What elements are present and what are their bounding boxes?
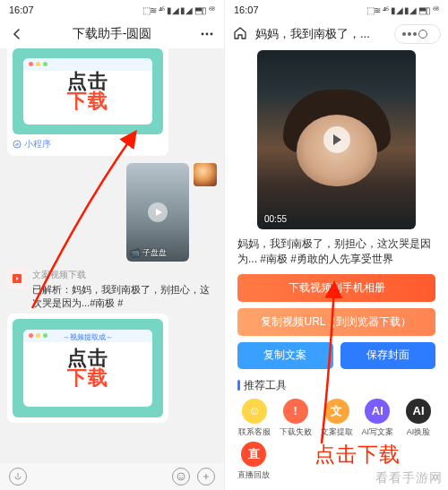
tools-header: 推荐工具 [225,376,448,399]
extract-banner: ～视频提取成～ [63,332,113,342]
tool-item[interactable]: AIAI换脸 [401,399,435,438]
parser-app-icon [7,269,27,288]
status-icons-r: ⬚≋ ⁴⁶ ▮◢ ▮◢ ⬒▯ ⁶⁸ [366,5,439,15]
page-header: 妈妈，我到南极了，... [225,20,448,48]
download-video-button[interactable]: 下载视频到手机相册 [237,274,435,302]
tools-row-2: 直 直播回放 [225,442,448,481]
svg-point-0 [202,33,204,36]
play-icon [323,126,350,153]
promo2-line2: 下载 [67,368,108,388]
tool-label: 联系客服 [238,426,271,438]
tool-item[interactable]: !下载失败 [279,399,313,438]
tool-label: AI换脸 [407,426,431,438]
save-cover-button[interactable]: 保存封面 [340,342,436,369]
page-title: 妈妈，我到南极了，... [255,26,389,42]
tool-live-replay[interactable]: 直 直播回放 [237,442,270,481]
left-screen: 16:07 ⬚≋ ⁴⁶ ▮◢ ▮◢ ⬒▯ ⁶⁸ 下载助手-圆圆 点击 下载 小程… [0,0,224,490]
promo-line1: 点击 [67,72,108,91]
svg-point-4 [177,473,185,480]
video-thumbnail[interactable]: 📹 子盘盘 [126,163,189,262]
svg-point-1 [206,33,209,36]
tools-row: ☺联系客服!下载失败文文案提取AIAI写文案AIAI换脸 [225,399,448,442]
user-avatar[interactable] [194,163,217,186]
tool-icon: ☺ [242,399,267,424]
chat-input-bar [0,463,224,490]
tool-label: 下载失败 [280,426,312,438]
status-time-r: 16:07 [234,4,259,15]
tool-icon: AI [406,399,431,424]
more-button[interactable] [197,24,217,44]
parse-text: 已解析：妈妈，我到南极了，别担心，这次哭是因为...#南极 # [32,283,217,310]
title-bar: 下载助手-圆圆 [0,20,224,48]
copy-url-button[interactable]: 复制视频URL（到浏览器下载） [237,308,435,336]
video-preview[interactable]: 00:55 [257,50,416,229]
tool-label: 文案提取 [321,426,353,438]
status-icons: ⬚≋ ⁴⁶ ▮◢ ▮◢ ⬒▯ ⁶⁸ [142,5,215,15]
svg-point-3 [13,141,21,148]
voice-button[interactable] [9,468,27,486]
thumb-caption: 📹 子盘盘 [130,247,167,259]
tool-item[interactable]: ☺联系客服 [237,399,271,438]
promo2-line1: 点击 [67,348,108,368]
chat-area: 点击 下载 小程序 📹 子盘盘 文案视频下载 已解析：妈妈，我到南极了， [0,48,224,463]
card-footer: 小程序 [13,138,163,150]
promo-card-top[interactable]: 点击 下载 小程序 [7,48,168,156]
back-button[interactable] [7,24,27,44]
video-duration: 00:55 [264,214,287,224]
status-bar: 16:07 ⬚≋ ⁴⁶ ▮◢ ▮◢ ⬒▯ ⁶⁸ [0,0,224,20]
status-time: 16:07 [9,4,34,15]
tool-label: AI写文案 [361,426,393,438]
copy-text-button[interactable]: 复制文案 [237,342,333,369]
tool-icon: ! [283,399,308,424]
miniprogram-capsule[interactable] [394,24,441,44]
svg-point-2 [211,33,213,36]
outgoing-message: 📹 子盘盘 [7,163,217,262]
parse-result: 文案视频下载 已解析：妈妈，我到南极了，别担心，这次哭是因为...#南极 # [7,269,217,310]
tool-item[interactable]: AIAI写文案 [360,399,394,438]
promo-line2: 下载 [67,91,108,111]
status-bar-r: 16:07 ⬚≋ ⁴⁶ ▮◢ ▮◢ ⬒▯ ⁶⁸ [225,0,448,20]
miniprogram-icon [13,140,22,149]
right-screen: 16:07 ⬚≋ ⁴⁶ ▮◢ ▮◢ ⬒▯ ⁶⁸ 妈妈，我到南极了，... 00:… [224,0,448,490]
home-button[interactable] [232,25,250,43]
promo-card-bottom[interactable]: ～视频提取成～ 点击 下载 [7,314,168,423]
parse-source: 文案视频下载 [32,269,217,281]
emoji-button[interactable] [172,468,190,486]
tool-icon: AI [365,399,390,424]
capsule-close-icon [418,30,427,39]
tool-item[interactable]: 文文案提取 [320,399,354,438]
tool-icon: 文 [324,399,349,424]
tool-icon: 直 [241,442,266,467]
svg-point-6 [182,475,183,476]
play-icon [148,202,168,222]
tool-label: 直播回放 [237,469,270,481]
chat-title: 下载助手-圆圆 [27,26,197,42]
plus-button[interactable] [197,468,215,486]
video-caption: 妈妈，我到南极了，别担心，这次哭是因为... #南极 #勇敢的人先享受世界 [225,235,448,274]
svg-point-5 [179,475,180,476]
capsule-more-icon [408,32,411,36]
